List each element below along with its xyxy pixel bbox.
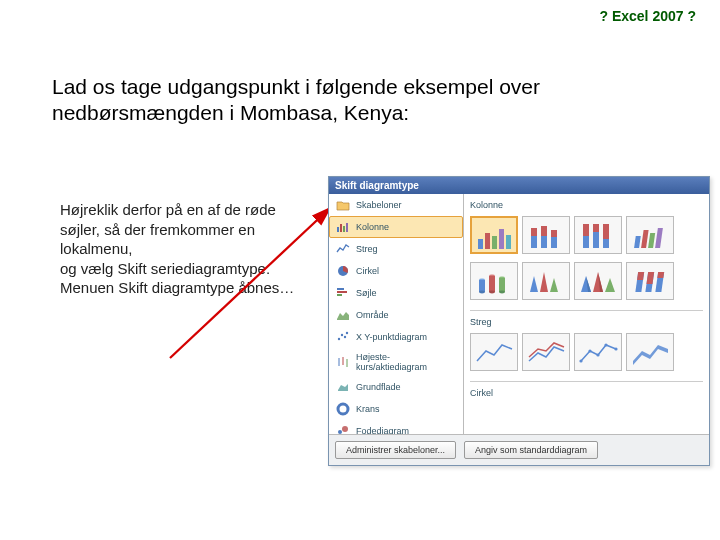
- nav-label: Krans: [356, 404, 380, 414]
- area-chart-icon: [336, 308, 350, 322]
- set-default-chart-button[interactable]: Angiv som standarddiagram: [464, 441, 598, 459]
- svg-rect-28: [541, 226, 547, 236]
- chart-thumb-stacked-line[interactable]: [522, 333, 570, 371]
- svg-rect-48: [499, 278, 505, 292]
- svg-rect-20: [478, 239, 483, 249]
- svg-rect-8: [337, 294, 342, 296]
- doughnut-chart-icon: [336, 402, 350, 416]
- svg-rect-23: [499, 229, 504, 249]
- svg-rect-32: [583, 224, 589, 236]
- svg-point-11: [344, 336, 346, 338]
- svg-rect-37: [634, 236, 641, 248]
- dialog-footer: Administrer skabeloner... Angiv som stan…: [329, 434, 709, 465]
- nav-item-xy[interactable]: X Y-punktdiagram: [329, 326, 463, 348]
- gallery-label: Cirkel: [470, 386, 703, 400]
- svg-rect-63: [657, 272, 664, 278]
- svg-marker-50: [530, 276, 538, 292]
- bubble-chart-icon: [336, 424, 350, 434]
- nav-label: Skabeloner: [356, 200, 402, 210]
- svg-point-68: [614, 347, 617, 350]
- svg-rect-61: [646, 272, 654, 284]
- nav-label: Kolonne: [356, 222, 389, 232]
- pie-chart-icon: [336, 264, 350, 278]
- chart-thumb-line-markers[interactable]: [574, 333, 622, 371]
- instruction-line2: og vælg Skift seriediagramtype.: [60, 260, 270, 277]
- nav-item-templates[interactable]: Skabeloner: [329, 194, 463, 216]
- gallery-section-column: Kolonne: [470, 198, 703, 304]
- chart-type-nav: Skabeloner Kolonne Streg Cirkel: [329, 194, 464, 434]
- chart-thumb-3d-cone[interactable]: [522, 262, 570, 300]
- nav-item-column[interactable]: Kolonne: [329, 216, 463, 238]
- nav-item-area[interactable]: Område: [329, 304, 463, 326]
- chart-thumb-3d-pyramid[interactable]: [574, 262, 622, 300]
- svg-rect-42: [479, 280, 485, 292]
- gallery-divider: [470, 310, 703, 311]
- nav-item-pie[interactable]: Cirkel: [329, 260, 463, 282]
- chart-thumb-line[interactable]: [470, 333, 518, 371]
- nav-item-doughnut[interactable]: Krans: [329, 398, 463, 420]
- column-chart-icon: [336, 220, 350, 234]
- svg-point-10: [341, 334, 343, 336]
- svg-rect-45: [489, 276, 495, 292]
- svg-point-43: [479, 291, 485, 294]
- svg-point-66: [596, 353, 599, 356]
- page-header: ? Excel 2007 ?: [599, 8, 696, 24]
- svg-rect-1: [337, 227, 339, 232]
- svg-rect-39: [648, 233, 655, 248]
- gallery-label: Streg: [470, 315, 703, 329]
- svg-rect-59: [637, 272, 644, 280]
- chart-thumb-100-stacked-column[interactable]: [574, 216, 622, 254]
- chart-thumb-3d-column[interactable]: [626, 216, 674, 254]
- instruction-line1: Højreklik derfor på en af de røde søjler…: [60, 201, 276, 257]
- svg-point-17: [338, 430, 342, 434]
- nav-item-line[interactable]: Streg: [329, 238, 463, 260]
- svg-rect-26: [531, 228, 537, 236]
- chart-thumb-stacked-column[interactable]: [522, 216, 570, 254]
- svg-point-65: [588, 349, 591, 352]
- svg-rect-34: [593, 224, 599, 232]
- gallery-divider: [470, 381, 703, 382]
- svg-rect-38: [641, 230, 649, 248]
- nav-label: Område: [356, 310, 389, 320]
- scatter-chart-icon: [336, 330, 350, 344]
- svg-point-64: [579, 359, 582, 362]
- svg-rect-22: [492, 236, 497, 249]
- svg-marker-57: [605, 278, 615, 292]
- nav-item-bar[interactable]: Søjle: [329, 282, 463, 304]
- gallery-label: Kolonne: [470, 198, 703, 212]
- svg-rect-6: [337, 288, 344, 290]
- nav-label: Fodediagram: [356, 426, 409, 434]
- chart-thumb-clustered-column[interactable]: [470, 216, 518, 254]
- manage-templates-button[interactable]: Administrer skabeloner...: [335, 441, 456, 459]
- svg-rect-4: [346, 223, 348, 232]
- nav-label: Streg: [356, 244, 378, 254]
- svg-point-46: [489, 291, 495, 294]
- surface-chart-icon: [336, 380, 350, 394]
- nav-label: Søjle: [356, 288, 377, 298]
- nav-item-surface[interactable]: Grundflade: [329, 376, 463, 398]
- svg-marker-51: [540, 272, 548, 292]
- svg-rect-3: [343, 226, 345, 232]
- svg-marker-52: [550, 278, 558, 292]
- nav-item-stock[interactable]: Højeste-kurs/aktiediagram: [329, 348, 463, 376]
- svg-point-12: [346, 332, 348, 334]
- chart-thumb-3d-line[interactable]: [626, 333, 674, 371]
- svg-rect-2: [340, 224, 342, 232]
- chart-thumb-3d-stacked-column-alt[interactable]: [626, 262, 674, 300]
- dialog-titlebar: Skift diagramtype: [329, 177, 709, 194]
- svg-rect-30: [551, 230, 557, 237]
- bar-chart-icon: [336, 286, 350, 300]
- nav-item-bubble[interactable]: Fodediagram: [329, 420, 463, 434]
- chart-thumb-3d-clustered-cylinder[interactable]: [470, 262, 518, 300]
- intro-text: Lad os tage udgangspunkt i følgende ekse…: [52, 74, 612, 127]
- line-chart-icon: [336, 242, 350, 256]
- svg-rect-36: [603, 224, 609, 239]
- nav-label: X Y-punktdiagram: [356, 332, 427, 342]
- instruction-line3: Menuen Skift diagramtype åbnes…: [60, 279, 294, 296]
- svg-point-49: [499, 291, 505, 294]
- instruction-block: Højreklik derfor på en af de røde søjler…: [60, 200, 300, 298]
- nav-label: Cirkel: [356, 266, 379, 276]
- chart-gallery: Kolonne: [464, 194, 709, 434]
- svg-point-67: [604, 343, 607, 346]
- svg-rect-24: [506, 235, 511, 249]
